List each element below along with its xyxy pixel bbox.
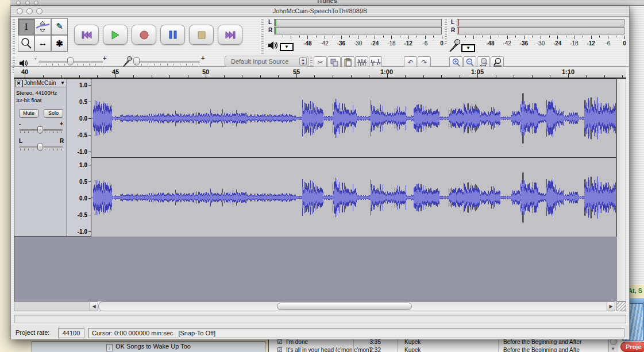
- slider-tick: [53, 131, 54, 133]
- slider-tick: [199, 64, 199, 65]
- trim-icon: [357, 59, 367, 67]
- play-button[interactable]: [103, 25, 128, 45]
- input-volume-thumb[interactable]: [133, 57, 140, 65]
- empty-track-area[interactable]: [14, 237, 616, 301]
- input-meter-right-bar[interactable]: [457, 27, 624, 34]
- db-tick: [549, 36, 550, 37]
- input-source-select[interactable]: Default Input Source ▲▼: [225, 56, 308, 67]
- project-rate-value[interactable]: 44100: [58, 328, 84, 338]
- redo-icon: ↷: [421, 59, 427, 67]
- db-tick: [341, 36, 342, 39]
- output-meter-left-bar[interactable]: [274, 19, 442, 26]
- meter-start-mark: [275, 28, 276, 34]
- amp-label: 0.5: [79, 99, 87, 105]
- scroll-right-icon[interactable]: ▶: [607, 301, 615, 311]
- slider-tick: [89, 64, 90, 65]
- db-tick: [349, 36, 350, 37]
- resize-grip[interactable]: [616, 301, 626, 311]
- slider-tick: [45, 131, 45, 133]
- copy-icon: [330, 59, 338, 67]
- ruler-tick: [278, 75, 279, 78]
- db-tick: [425, 36, 426, 39]
- stop-button[interactable]: [189, 25, 214, 45]
- input-meter-left-bar[interactable]: [457, 19, 624, 26]
- scroll-left-icon[interactable]: ◀: [90, 301, 98, 311]
- waveform-right-channel[interactable]: [91, 158, 616, 237]
- db-scale-label: -48: [303, 40, 311, 47]
- ruler-label: 40: [21, 68, 28, 75]
- gain-thumb[interactable]: =: [37, 126, 43, 134]
- pause-button[interactable]: [160, 25, 185, 45]
- output-meter: L R -48-42-36-30-24-18-12-60 ▼: [264, 18, 453, 58]
- output-meter-right-bar[interactable]: [274, 27, 442, 34]
- scroll-down-icon[interactable]: ▼: [611, 346, 615, 351]
- ruler-tick: [351, 75, 352, 78]
- slider-tick: [41, 149, 41, 150]
- db-tick: [375, 36, 375, 39]
- zoom-tool-button[interactable]: [18, 35, 34, 52]
- ruler-tick: [133, 75, 134, 78]
- amp-label: -1.0: [78, 229, 87, 235]
- record-button[interactable]: [132, 25, 156, 45]
- track-name-dropdown[interactable]: ▼ JohnMcCain: [22, 80, 66, 87]
- arrows-lr-icon: ↔: [38, 38, 48, 48]
- pan-thumb[interactable]: =: [37, 144, 43, 151]
- background-window-title: iTunes: [10, 0, 644, 4]
- mute-button[interactable]: Mute: [19, 109, 38, 118]
- rewind-button[interactable]: [74, 25, 99, 45]
- slider-tick: [40, 64, 40, 65]
- background-window-titlebar[interactable]: iTunes: [10, 0, 644, 6]
- vertical-scrollbar[interactable]: [616, 79, 626, 301]
- track-control-panel: ✕ ▼ JohnMcCain Stereo, 44100Hz 32-bit fl…: [14, 79, 67, 237]
- playlist-window[interactable]: ♪OK Songs to Wake Up Too: [32, 341, 265, 352]
- slider-tick: [57, 149, 58, 150]
- output-volume-plus: +: [103, 55, 106, 61]
- db-tick: [316, 36, 317, 37]
- desktop-file-label[interactable]: Proje: [620, 342, 644, 352]
- db-tick: [417, 36, 417, 37]
- input-volume-plus: +: [201, 55, 205, 61]
- db-scale-label: -6: [605, 40, 610, 47]
- song-checkbox[interactable]: ✓: [277, 339, 282, 344]
- multi-tool-button[interactable]: ✱: [51, 35, 68, 52]
- track-close-button[interactable]: ✕: [15, 80, 22, 87]
- ruler-label: 1:00: [380, 68, 393, 75]
- pan-right-label: R: [60, 138, 64, 144]
- db-tick: [490, 36, 491, 39]
- toolbar-grip[interactable]: [13, 19, 15, 55]
- db-scale-label: -30: [537, 40, 545, 47]
- envelope-tool-button[interactable]: [34, 18, 51, 35]
- db-tick: [400, 36, 400, 37]
- selection-tool-button[interactable]: I: [18, 18, 34, 35]
- input-meter-dropdown[interactable]: ▼: [461, 44, 475, 52]
- song-checkbox[interactable]: ✓: [277, 347, 282, 352]
- waveform-display[interactable]: [91, 79, 616, 237]
- song-row[interactable]: ✓It's all in your head (c'mon c'mon)2:32…: [269, 346, 620, 352]
- db-scale-label: -24: [371, 40, 379, 47]
- input-volume-slider[interactable]: [134, 61, 200, 63]
- output-meter-dropdown[interactable]: ▼: [280, 43, 294, 51]
- timeshift-tool-button[interactable]: ↔: [34, 35, 51, 52]
- scroll-thumb[interactable]: [277, 303, 412, 310]
- stepper-icon[interactable]: ▲▼: [299, 57, 307, 65]
- slider-tick: [192, 64, 193, 65]
- pause-icon: [169, 30, 177, 39]
- solo-button[interactable]: Solo: [44, 109, 63, 118]
- stop-icon: [198, 31, 206, 39]
- slider-tick: [45, 149, 45, 150]
- draw-tool-button[interactable]: ✎: [51, 18, 68, 35]
- scissors-icon: ✂: [317, 59, 323, 67]
- slider-tick: [24, 131, 25, 133]
- ruler-label: 1:05: [471, 68, 484, 75]
- speaker-icon: [268, 41, 278, 50]
- window-titlebar[interactable]: JohnMcCain-SpeechToTh#8089B: [11, 6, 629, 17]
- ruler-tick: [333, 75, 333, 78]
- ruler-tick: [169, 75, 170, 78]
- timeline-ruler[interactable]: 404550551:001:051:10: [14, 67, 626, 79]
- meter-r-label: R: [451, 27, 455, 33]
- ruler-tick: [405, 75, 406, 78]
- waveform-left-channel[interactable]: [91, 79, 616, 157]
- horizontal-scrollbar[interactable]: [98, 301, 607, 311]
- rewind-icon: [82, 31, 92, 39]
- forward-button[interactable]: [218, 25, 242, 45]
